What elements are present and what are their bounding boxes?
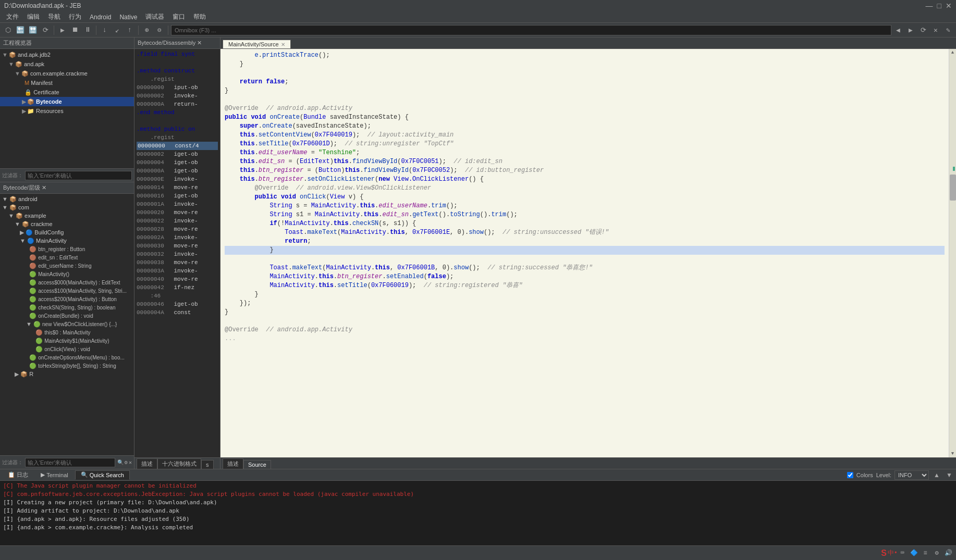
source-scrollbar[interactable]: ▲ ▼: [949, 49, 956, 457]
omnibox-input[interactable]: [171, 25, 891, 35]
bc-mainactivity-ctor[interactable]: 🟢 MainActivity(): [0, 270, 134, 278]
toolbar-btn-4[interactable]: ⟳: [40, 24, 51, 36]
filter-icon-1[interactable]: 🔍: [117, 459, 124, 466]
ime-icon-1[interactable]: ⌨: [898, 549, 907, 558]
bottom-tab-log[interactable]: 📋 日志: [2, 470, 34, 480]
log-tab-label: 日志: [17, 471, 28, 479]
menu-bar: 文件 编辑 导航 行为 Android Native 调试器 窗口 帮助: [0, 11, 956, 23]
bc-crackme[interactable]: ▼ 📦 crackme: [0, 220, 134, 228]
ime-icon-2[interactable]: 🔷: [909, 549, 918, 558]
toolbar-btn-3[interactable]: 🔛: [27, 24, 39, 36]
ime-icon-5[interactable]: 🔊: [943, 549, 953, 558]
bc-edit-username[interactable]: 🟤 edit_userName : String: [0, 262, 134, 270]
source-tab-close[interactable]: ✕: [281, 42, 285, 47]
scroll-up-arrow[interactable]: ▲: [949, 49, 956, 56]
bc-access200[interactable]: 🟢 access$200(MainActivity) : Button: [0, 295, 134, 303]
toolbar-nav-2[interactable]: ▶: [905, 24, 916, 36]
code-line: super.onCreate(savedInstanceState);: [225, 122, 945, 131]
menu-edit[interactable]: 编辑: [23, 11, 44, 22]
menu-android[interactable]: Android: [85, 11, 115, 22]
scroll-down-arrow[interactable]: ▼: [949, 450, 956, 457]
code-line: }: [225, 86, 945, 95]
bc-onclick[interactable]: 🟢 onClick(View) : void: [0, 345, 134, 353]
menu-native[interactable]: Native: [115, 11, 141, 22]
menu-file[interactable]: 文件: [2, 11, 23, 22]
bottom-icon-2[interactable]: ▼: [945, 470, 954, 480]
colors-checkbox[interactable]: [847, 472, 853, 478]
source-tab-mainactivity[interactable]: MainActivity/Source ✕: [223, 40, 291, 48]
project-tree-label: 工程视览器: [3, 39, 32, 47]
ime-icon-4[interactable]: ⚙: [932, 549, 941, 558]
minimize-button[interactable]: —: [926, 2, 933, 10]
filter-icon-2[interactable]: ⚙: [125, 459, 128, 466]
toolbar-btn-2[interactable]: 🔙: [15, 24, 26, 36]
maximize-button[interactable]: □: [937, 2, 941, 10]
disasm-tab-hex[interactable]: 十六进制格式: [157, 458, 201, 469]
toolbar-nav-4[interactable]: ✕: [930, 24, 941, 36]
toolbar-btn-9[interactable]: ↙: [112, 24, 123, 36]
bc-r[interactable]: ▶ 📦 R: [0, 370, 134, 378]
menu-nav[interactable]: 导航: [44, 11, 65, 22]
bc-viewlistener[interactable]: ▼ 🟢 new View$OnClickListener() {...}: [0, 320, 134, 328]
bc-oncreate[interactable]: 🟢 onCreate(Bundle) : void: [0, 312, 134, 320]
tree-item-pkg[interactable]: ▼📦 com.example.crackme: [0, 69, 134, 78]
source-bottom-tab-source[interactable]: Source: [243, 460, 271, 469]
bc-edit-sn[interactable]: 🟤 edit_sn : EditText: [0, 253, 134, 262]
filter-icon-3[interactable]: ✕: [129, 459, 132, 466]
bottom-icon-1[interactable]: ▲: [932, 470, 941, 480]
bc-checksn[interactable]: 🟢 checkSN(String, String) : boolean: [0, 303, 134, 312]
toolbar-nav-3[interactable]: ⟳: [917, 24, 929, 36]
source-code[interactable]: e.printStackTrace(); } return false; } @…: [220, 49, 949, 457]
toolbar-btn-6[interactable]: ⏹: [69, 24, 81, 36]
bottom-tab-search[interactable]: 🔍 Quick Search: [75, 470, 130, 480]
bc-android[interactable]: ▼ 📦 android: [0, 195, 134, 203]
bc-com[interactable]: ▼ 📦 com: [0, 203, 134, 211]
bc-this0[interactable]: 🟤 this$0 : MainActivity: [0, 328, 134, 337]
toolbar-btn-8[interactable]: ↓: [99, 24, 111, 36]
toolbar-btn-1[interactable]: ⬡: [2, 24, 14, 36]
bytecode-filter-bar: 过滤器： 🔍 ⚙ ✕: [0, 455, 134, 469]
scroll-thumb[interactable]: [950, 175, 956, 201]
code-line: });: [225, 299, 945, 308]
toolbar-btn-11[interactable]: ⊕: [141, 24, 153, 36]
disasm-line: .method construct: [137, 67, 218, 75]
menu-debugger[interactable]: 调试器: [141, 11, 168, 22]
tree-item-apk[interactable]: ▼📦 and.apk: [0, 59, 134, 69]
bc-access000[interactable]: 🟢 access$000(MainActivity) : EditText: [0, 278, 134, 287]
ime-icon-3[interactable]: ≡: [921, 549, 930, 558]
close-button[interactable]: ✕: [946, 2, 952, 10]
toolbar-btn-7[interactable]: ⏸: [82, 24, 93, 36]
bc-buildconfig[interactable]: ▶ 🔵 BuildConfig: [0, 228, 134, 237]
menu-action[interactable]: 行为: [65, 11, 85, 22]
tree-item-cert[interactable]: 🔒 Certificate: [0, 88, 134, 97]
toolbar-btn-12[interactable]: ⊖: [154, 24, 165, 36]
toolbar-nav-1[interactable]: ◀: [892, 24, 904, 36]
tree-item-manifest[interactable]: M Manifest: [0, 78, 134, 88]
bc-btn-register[interactable]: 🟤 btn_register : Button: [0, 245, 134, 253]
code-line: return false;: [225, 78, 945, 86]
project-filter-input[interactable]: [25, 171, 132, 180]
code-line: this.btn_register.setOnClickListener(new…: [225, 175, 945, 184]
source-bottom-tab-desc[interactable]: 描述: [223, 458, 243, 469]
level-select[interactable]: INFO DEBUG WARN ERROR: [894, 470, 929, 480]
bc-tohex[interactable]: 🟢 toHexString(byte[], String) : String: [0, 362, 134, 370]
disasm-line: 00000000 iput-ob: [137, 83, 218, 92]
disasm-tab-desc[interactable]: 描述: [137, 458, 157, 469]
bytecode-filter-input[interactable]: [25, 458, 115, 467]
toolbar-btn-5[interactable]: ▶: [57, 24, 68, 36]
bc-access100[interactable]: 🟢 access$100(MainActivity, String, Stri.…: [0, 287, 134, 295]
disasm-tab-s[interactable]: s: [201, 460, 214, 469]
bc-mainactivity[interactable]: ▼ 🔵 MainActivity: [0, 237, 134, 245]
bottom-tab-terminal[interactable]: ▶ Terminal: [35, 470, 74, 480]
bc-oncreatemenu[interactable]: 🟢 onCreateOptionsMenu(Menu) : boo...: [0, 353, 134, 362]
tree-item-bytecode[interactable]: ▶📦 Bytecode: [0, 97, 134, 106]
toolbar-nav-5[interactable]: ✎: [942, 24, 954, 36]
menu-help[interactable]: 帮助: [189, 11, 210, 22]
tree-item-resources[interactable]: ▶📁 Resources: [0, 106, 134, 116]
menu-window[interactable]: 窗口: [168, 11, 189, 22]
toolbar-btn-10[interactable]: ↑: [124, 24, 136, 36]
bc-mainactivity1[interactable]: 🟢 MainActivity$1(MainActivity): [0, 337, 134, 345]
bc-example[interactable]: ▼ 📦 example: [0, 211, 134, 220]
disasm-label: Bytecode/Disassembly ✕: [138, 40, 202, 46]
tree-item-root[interactable]: ▼📦 and.apk.jdb2: [0, 50, 134, 59]
